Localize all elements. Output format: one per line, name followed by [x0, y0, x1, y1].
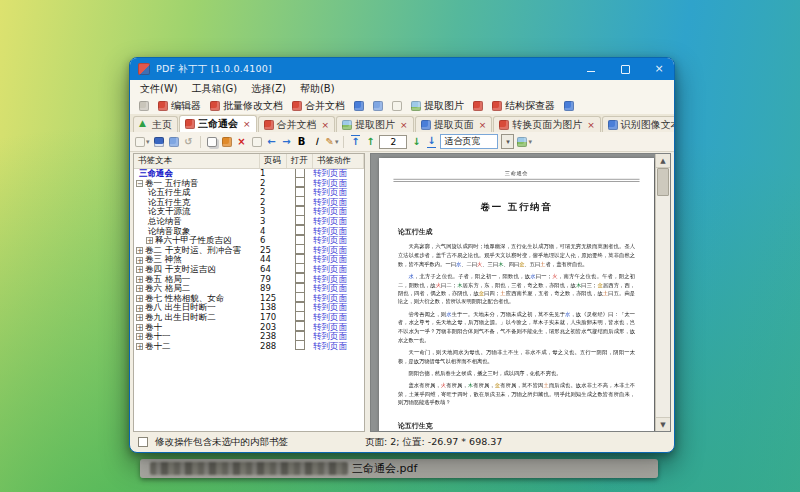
delete-button[interactable]: ×	[236, 135, 248, 149]
menu-item[interactable]: 工具箱(G)	[185, 82, 245, 96]
open-checkbox[interactable]	[295, 206, 305, 216]
back-button[interactable]: ←	[266, 135, 278, 149]
open-checkbox[interactable]	[295, 292, 305, 302]
expand-icon[interactable]: +	[136, 247, 143, 254]
toolbar-button[interactable]: 结构探查器	[488, 98, 559, 114]
open-checkbox[interactable]	[295, 225, 305, 235]
zoom-select[interactable]: 适合页宽	[440, 134, 498, 149]
vertical-scrollbar[interactable]: ▲ ▼	[655, 154, 670, 431]
tab-主页[interactable]: 主页	[133, 116, 178, 132]
open-checkbox[interactable]	[295, 321, 305, 331]
expand-icon[interactable]: +	[136, 276, 143, 283]
last-page-button[interactable]: ↓	[425, 135, 437, 149]
copy-button[interactable]	[206, 135, 218, 149]
open-checkbox[interactable]	[295, 254, 305, 264]
toolbar-button[interactable]	[369, 100, 387, 112]
expand-icon[interactable]: +	[136, 295, 143, 302]
goto-page-link[interactable]: 转到页面	[313, 293, 347, 303]
page-properties-button[interactable]	[251, 135, 263, 149]
bold-button[interactable]: B	[296, 135, 308, 149]
background-window-titlebar[interactable]: 三命通会.pdf	[140, 459, 658, 478]
toolbar-button[interactable]	[560, 100, 578, 112]
goto-page-link[interactable]: 转到页面	[313, 312, 347, 322]
save-as-button[interactable]	[168, 135, 180, 149]
pdf-preview-area[interactable]: 三命通会 卷一 五行纳音 论五行生成天高寥廓，六气回旋以成四时；地厚幽深，五行化…	[370, 153, 671, 432]
close-tab-icon[interactable]: ×	[243, 119, 251, 129]
column-header[interactable]: 打开	[287, 154, 313, 168]
close-tab-icon[interactable]: ×	[479, 120, 487, 130]
open-checkbox[interactable]	[295, 311, 305, 321]
tab-转换页面为图片[interactable]: 转换页面为图片×	[493, 116, 601, 132]
new-document-button[interactable]: ▾	[135, 135, 150, 149]
expand-icon[interactable]: +	[136, 285, 143, 292]
previous-page-button[interactable]: ↑	[364, 135, 376, 149]
zoom-dropdown-button[interactable]: ▾	[501, 134, 514, 149]
toolbar-button[interactable]	[388, 100, 406, 112]
paste-button[interactable]	[221, 135, 233, 149]
toolbar-button[interactable]: 提取图片	[407, 98, 468, 114]
menu-item[interactable]: 帮助(B)	[293, 82, 342, 96]
goto-page-link[interactable]: 转到页面	[313, 216, 347, 226]
collapse-icon[interactable]: −	[136, 180, 143, 187]
open-checkbox[interactable]	[295, 177, 305, 187]
toolbar-button[interactable]	[469, 100, 487, 112]
toolbar-button[interactable]	[350, 100, 368, 112]
goto-page-link[interactable]: 转到页面	[313, 178, 347, 188]
open-checkbox[interactable]	[295, 302, 305, 312]
goto-page-link[interactable]: 转到页面	[313, 331, 347, 341]
goto-page-link[interactable]: 转到页面	[313, 187, 347, 197]
goto-page-link[interactable]: 转到页面	[313, 226, 347, 236]
forward-button[interactable]: →	[281, 135, 293, 149]
close-tab-icon[interactable]: ×	[322, 120, 330, 130]
open-checkbox[interactable]	[295, 215, 305, 225]
maximize-button[interactable]	[619, 64, 631, 74]
scrollbar-thumb[interactable]	[657, 168, 669, 196]
goto-page-link[interactable]: 转到页面	[313, 264, 347, 274]
next-page-button[interactable]: ↓	[410, 135, 422, 149]
goto-page-link[interactable]: 转到页面	[313, 254, 347, 264]
undo-button[interactable]: ↺	[183, 135, 195, 149]
open-checkbox[interactable]	[295, 331, 305, 341]
minimize-button[interactable]	[585, 64, 597, 74]
open-checkbox[interactable]	[295, 235, 305, 245]
title-bar[interactable]: PDF 补丁丁 [1.0.0.4100] ×	[130, 58, 674, 80]
goto-page-link[interactable]: 转到页面	[313, 322, 347, 332]
goto-page-link[interactable]: 转到页面	[313, 302, 347, 312]
include-unselected-checkbox[interactable]	[138, 437, 148, 447]
open-checkbox[interactable]	[295, 263, 305, 273]
menu-item[interactable]: 文件(W)	[133, 82, 185, 96]
close-tab-icon[interactable]: ×	[587, 120, 595, 130]
column-header[interactable]: 页码	[260, 154, 287, 168]
goto-page-link[interactable]: 转到页面	[313, 283, 347, 293]
expand-icon[interactable]: +	[136, 266, 143, 273]
scroll-down-button[interactable]: ▼	[656, 417, 670, 431]
tab-合并文档[interactable]: 合并文档×	[258, 116, 336, 132]
open-checkbox[interactable]	[295, 273, 305, 283]
expand-icon[interactable]: +	[136, 305, 143, 312]
toolbar-button[interactable]: 编辑器	[154, 98, 205, 114]
expand-icon[interactable]: +	[136, 257, 143, 264]
expand-icon[interactable]: +	[136, 333, 143, 340]
toolbar-button[interactable]: 合并文档	[288, 98, 349, 114]
goto-page-link[interactable]: 转到页面	[313, 197, 347, 207]
toolbar-button[interactable]	[135, 100, 153, 112]
first-page-button[interactable]: ↑	[349, 135, 361, 149]
tab-提取页面[interactable]: 提取页面×	[415, 116, 493, 132]
page-number-input[interactable]	[379, 135, 407, 149]
open-checkbox[interactable]	[295, 244, 305, 254]
open-checkbox[interactable]	[295, 196, 305, 206]
close-tab-icon[interactable]: ×	[400, 120, 408, 130]
toolbar-button[interactable]: 批量修改文档	[206, 98, 287, 114]
goto-page-link[interactable]: 转到页面	[313, 206, 347, 216]
italic-button[interactable]: I	[311, 135, 323, 149]
text-color-button[interactable]: ✎▾	[326, 135, 339, 149]
tab-识别图像文本[interactable]: 识别图像文本×	[602, 116, 675, 132]
open-checkbox[interactable]	[295, 340, 305, 350]
menu-item[interactable]: 选择(Z)	[244, 82, 293, 96]
close-button[interactable]: ×	[653, 64, 665, 74]
save-button[interactable]	[153, 135, 165, 149]
column-header[interactable]: 书签动作	[313, 154, 364, 168]
goto-page-link[interactable]: 转到页面	[313, 245, 347, 255]
snapshot-button[interactable]: ▾	[517, 135, 532, 149]
goto-page-link[interactable]: 转到页面	[313, 235, 347, 245]
